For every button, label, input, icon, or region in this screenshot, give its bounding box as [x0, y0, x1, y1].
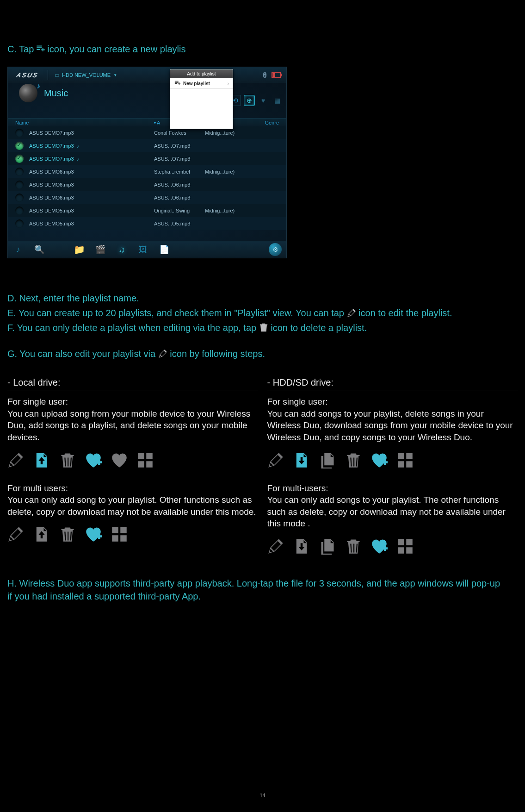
playlist-list-empty: [170, 89, 233, 129]
row-checkbox[interactable]: [15, 142, 24, 150]
table-row[interactable]: ASUS DEMO6.mp3ASUS...O6.mp3: [8, 191, 286, 204]
settings-icon[interactable]: ⚙: [269, 243, 282, 256]
row-checkbox[interactable]: [15, 194, 24, 202]
divider: [267, 391, 518, 391]
local-drive-column: - Local drive: For single user: You can …: [7, 376, 258, 568]
table-row[interactable]: ASUS DEMO7.mp3♪ASUS...O7.mp3: [8, 139, 286, 152]
table-row[interactable]: ASUS DEMO7.mp3♪ASUS...O7.mp3: [8, 152, 286, 165]
music-app-screenshot: ASUS ▭ HDD NEW_VOLUME ▼ ((•)) ♪ Music ⟲ …: [7, 67, 287, 258]
step-e-text-b: icon to edit the playlist.: [358, 308, 452, 318]
col-genre[interactable]: Genre: [242, 120, 279, 125]
list-action-bar: ⟲ ⊕ ♥ ▦: [230, 95, 283, 106]
trash-icon: [345, 452, 362, 468]
track-artist: ASUS...O5.mp3: [154, 221, 205, 226]
new-playlist-label: New playlist: [183, 81, 210, 86]
battery-icon: [272, 72, 281, 78]
add-to-playlist-icon[interactable]: ⊕: [244, 95, 255, 106]
track-name: ASUS DEMO7.mp3♪: [29, 156, 154, 162]
search-icon[interactable]: 🔍: [34, 244, 45, 255]
pencil-icon: [7, 452, 24, 468]
track-column-headers: Name ▼ A Genre: [8, 118, 286, 127]
multi-user-label: For multi users:: [7, 482, 258, 494]
row-checkbox[interactable]: [15, 168, 24, 176]
photo-icon[interactable]: 🖼: [137, 244, 148, 255]
table-row[interactable]: ASUS DEMO5.mp3Original...SwingMidnig...t…: [8, 204, 286, 217]
trash-icon: [259, 323, 268, 332]
local-single-text: You can upload song from your mobile dev…: [7, 408, 258, 443]
single-user-label: For single user:: [267, 396, 518, 408]
grid-icon: [111, 526, 128, 543]
local-drive-title: - Local drive:: [7, 376, 258, 389]
table-row[interactable]: ASUS DEMO7.mp3Conal FowkesMidnig...ture): [8, 126, 286, 139]
step-c-text-b: icon, you can create a new playlis: [47, 44, 185, 54]
trash-icon: [59, 526, 76, 543]
track-name: ASUS DEMO7.mp3: [29, 130, 154, 136]
track-artist: Conal Fowkes: [154, 130, 205, 136]
document-icon[interactable]: 📄: [159, 244, 170, 255]
storage-label: HDD NEW_VOLUME: [62, 72, 111, 78]
speaker-icon: ♪: [19, 84, 37, 102]
pencil-icon: [158, 349, 167, 358]
now-playing-icon[interactable]: ♪: [12, 244, 24, 255]
folder-icon[interactable]: 📁: [74, 244, 85, 255]
hdd-multi-text: You can only add songs to your playlist.…: [267, 494, 518, 530]
new-playlist-icon: [174, 80, 181, 87]
track-name: ASUS DEMO5.mp3: [29, 208, 154, 213]
track-artist: ASUS...O7.mp3: [154, 143, 205, 149]
track-artist: Stepha...rembel: [154, 169, 205, 175]
step-f-text-a: F. You can only delete a playlist when e…: [7, 323, 259, 333]
add-to-playlist-popover: Add to playlist New playlist ›: [170, 69, 233, 129]
storage-selector[interactable]: ▭ HDD NEW_VOLUME ▼: [55, 72, 117, 78]
pencil-icon: [347, 308, 356, 317]
chevron-right-icon: ›: [228, 81, 229, 86]
video-icon[interactable]: 🎬: [95, 244, 106, 255]
track-artist: Original...Swing: [154, 208, 205, 213]
local-single-icons: [7, 452, 258, 468]
row-checkbox[interactable]: [15, 206, 24, 215]
table-row[interactable]: ASUS DEMO6.mp3ASUS...O6.mp3: [8, 178, 286, 191]
hdd-single-icons: [267, 452, 518, 468]
multi-user-label: For multi-users:: [267, 482, 518, 494]
track-album: Midnig...ture): [205, 169, 279, 175]
trash-icon: [59, 452, 76, 468]
col-name[interactable]: Name: [15, 120, 29, 125]
local-multi-icons: [7, 526, 258, 543]
hdd-drive-title: - HDD/SD drive:: [267, 376, 518, 389]
sort-down-icon: ▼: [153, 121, 157, 125]
hdd-drive-column: - HDD/SD drive: For single user: You can…: [267, 376, 518, 568]
download-icon: [293, 452, 310, 468]
step-e-text-a: E. You can create up to 20 playlists, an…: [7, 308, 347, 318]
grid-icon: [137, 452, 154, 468]
upload-icon: [33, 452, 50, 468]
table-row[interactable]: ASUS DEMO5.mp3ASUS...O5.mp3: [8, 217, 286, 230]
step-c-text-a: C. Tap: [7, 44, 34, 54]
music-tab-icon[interactable]: ♫: [116, 244, 127, 255]
copy-icon: [319, 452, 336, 468]
row-checkbox[interactable]: [15, 155, 24, 163]
heart-plus-icon: [85, 526, 102, 543]
local-multi-text: You can only add song to your playlist. …: [7, 494, 258, 518]
chevron-down-icon: ▼: [113, 73, 117, 77]
row-checkbox[interactable]: [15, 181, 24, 189]
bottom-nav: ♪ 🔍 📁 🎬 ♫ 🖼 📄 ⚙: [8, 241, 286, 258]
row-checkbox[interactable]: [15, 219, 24, 228]
divider: [7, 391, 258, 391]
grid-icon[interactable]: ▦: [272, 95, 283, 106]
note-icon: ♪: [77, 156, 80, 162]
download-icon: [293, 538, 310, 555]
upload-icon: [33, 526, 50, 543]
step-h-text: H. Wireless Duo app supports third-party…: [7, 578, 500, 601]
asus-logo: ASUS: [12, 70, 43, 80]
heart-plus-icon: [371, 538, 388, 555]
heart-plus-icon: [371, 452, 388, 468]
trash-icon: [345, 538, 362, 555]
track-artist: ASUS...O6.mp3: [154, 182, 205, 187]
music-title: Music: [44, 88, 68, 99]
hdd-single-text: You can add songs to your playlist, dele…: [267, 408, 518, 443]
row-checkbox[interactable]: [15, 129, 24, 137]
heart-plus-icon: [85, 452, 102, 468]
new-playlist-row[interactable]: New playlist ›: [170, 78, 233, 89]
track-name: ASUS DEMO6.mp3: [29, 195, 154, 200]
favorite-icon[interactable]: ♥: [258, 95, 269, 106]
table-row[interactable]: ASUS DEMO6.mp3Stepha...rembelMidnig...tu…: [8, 165, 286, 178]
